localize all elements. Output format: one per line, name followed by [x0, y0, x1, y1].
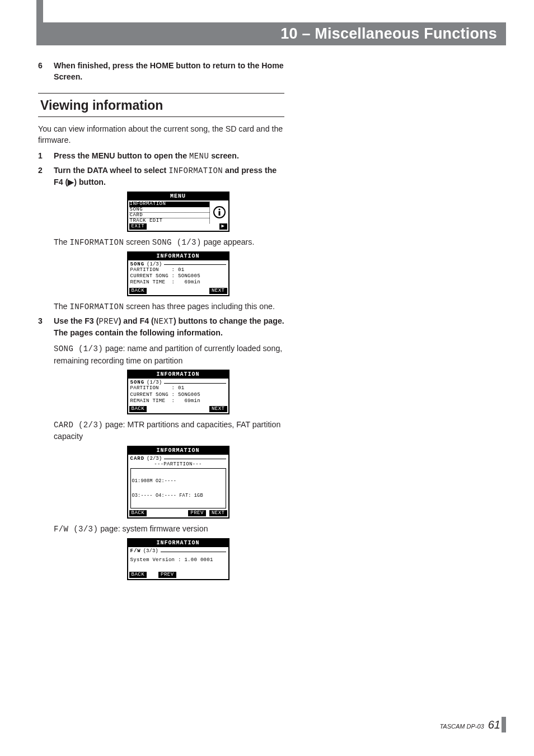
step-text: When finished, press the HOME button to … [54, 60, 284, 83]
section-intro: You can view information about the curre… [38, 124, 284, 146]
lcd-row: CURRENT SONG : SONG005 [130, 273, 226, 279]
page-desc-card: CARD (2/3) page: MTR partitions and capa… [54, 419, 284, 442]
lcd-tab-line [164, 456, 226, 459]
lcd-row: REMAIN TIME : 69min [130, 279, 226, 286]
lcd-partition-header: ---PARTITION--- [130, 461, 226, 468]
after-fig2-text: The INFORMATION screen has three pages i… [54, 301, 284, 312]
lcd-row: O1:908M O2:---- [132, 479, 224, 484]
lcd-softkey-prev: PREV [188, 510, 206, 516]
lcd-word: NEXT [154, 317, 174, 326]
lcd-word: SONG (1/3) [54, 344, 103, 353]
figure-info-fw: INFORMATION F/W (3/3) System Version : 1… [72, 538, 284, 580]
step-text: Use the F3 (PREV) and F4 (NEXT) buttons … [54, 316, 284, 338]
main-column: 6 When finished, press the HOME button t… [38, 60, 284, 585]
lcd-menu-list: INFORMATION SONG CARD TRACK EDIT [129, 202, 210, 223]
text-fragment: Press the MENU button to open the [54, 151, 189, 160]
svg-rect-2 [218, 211, 220, 216]
lcd-row: PARTITION : 01 [130, 267, 226, 273]
lcd-tab-line [161, 549, 226, 552]
lcd-title: INFORMATION [128, 253, 228, 260]
figure-info-card: INFORMATION CARD (2/3) ---PARTITION--- O… [72, 446, 284, 519]
lcd-row: System Version : 1.00 0001 [130, 557, 226, 563]
lcd-row: O3:---- O4:---- FAT: 1GB [132, 493, 224, 498]
text-fragment: ) and F4 ( [119, 316, 154, 325]
step-number: 3 [38, 316, 47, 338]
page-desc-song: SONG (1/3) page: name and partition of c… [54, 343, 284, 366]
lcd-row: PARTITION : 01 [130, 385, 226, 391]
step-number: 1 [38, 151, 47, 162]
lcd-word: MENU [189, 152, 209, 161]
lcd-row: CURRENT SONG : SONG005 [130, 392, 226, 398]
text-fragment: The [54, 237, 69, 246]
text-fragment: Turn the DATA wheel to select [54, 166, 168, 175]
text-fragment: screen [124, 237, 152, 246]
lcd-title: INFORMATION [128, 447, 228, 455]
footer-brand: TASCAM DP-03 [439, 723, 484, 730]
svg-point-1 [218, 208, 220, 210]
text-fragment: page appears. [202, 237, 255, 246]
step-6: 6 When finished, press the HOME button t… [38, 60, 284, 83]
footer-side-tab [502, 717, 506, 732]
text-fragment: screen. [209, 151, 239, 160]
footer-page-number: 61 [488, 718, 500, 731]
figure-info-song-a: INFORMATION SONG (1/3) PARTITION : 01 CU… [72, 251, 284, 296]
step-number: 6 [38, 60, 47, 83]
lcd-tab-name: SONG [130, 380, 145, 385]
step-1: 1 Press the MENU button to open the MENU… [38, 151, 284, 162]
lcd-title: INFORMATION [128, 371, 228, 379]
lcd-tab-name: SONG [130, 262, 145, 267]
lcd-softkey-next: NEXT [209, 406, 227, 412]
section-title: Viewing information [40, 98, 284, 113]
section-rule-top [38, 93, 284, 94]
lcd-softkey-back: BACK [129, 510, 147, 516]
lcd-tab-line [164, 380, 226, 384]
lcd-tab-page: (2/3) [147, 456, 162, 461]
step-number: 2 [38, 165, 47, 188]
lcd-partition-box: O1:908M O2:---- O3:---- O4:---- FAT: 1GB [130, 468, 226, 508]
figure-info-song-b: INFORMATION SONG (1/3) PARTITION : 01 CU… [72, 370, 284, 414]
lcd-word: CARD (2/3) [54, 421, 103, 430]
step-3: 3 Use the F3 (PREV) and F4 (NEXT) button… [38, 316, 284, 338]
lcd-menu-item-trackedit: TRACK EDIT [129, 218, 209, 223]
lcd-softkey-back: BACK [129, 572, 147, 578]
step-2: 2 Turn the DATA wheel to select INFORMAT… [38, 165, 284, 188]
lcd-softkey-back: BACK [129, 288, 147, 294]
lcd-word: INFORMATION [69, 238, 124, 247]
lcd-word: PREV [99, 317, 118, 326]
lcd-tab-line [164, 262, 226, 265]
lcd-title: INFORMATION [128, 539, 228, 547]
lcd-word: SONG (1/3) [152, 238, 202, 247]
lcd-tab-page: (1/3) [147, 262, 162, 267]
chapter-title: 10 – Miscellaneous Functions [280, 25, 497, 42]
lcd-softkey-next: NEXT [209, 288, 227, 294]
step-text: Press the MENU button to open the MENU s… [54, 151, 284, 162]
text-fragment: screen has three pages including this on… [124, 302, 275, 311]
figure-menu-lcd: MENU INFORMATION SONG CARD TRACK EDIT EX… [72, 192, 284, 232]
chapter-header-bar: 10 – Miscellaneous Functions [36, 22, 506, 45]
page-desc-fw: F/W (3/3) page: system firmware version [54, 523, 284, 535]
lcd-tab-page: (1/3) [147, 380, 162, 385]
step-text: Turn the DATA wheel to select INFORMATIO… [54, 165, 284, 188]
lcd-tab-name: CARD [130, 456, 145, 461]
lcd-tab-name: F/W [130, 549, 141, 554]
text-fragment: The [54, 302, 69, 311]
lcd-softkey-exit: EXIT [129, 223, 147, 230]
lcd-softkey-prev: PREV [158, 572, 176, 578]
lcd-softkey-play: ▶ [219, 223, 227, 230]
lcd-word: INFORMATION [168, 166, 223, 175]
lcd-softkey-back: BACK [129, 406, 147, 412]
page-footer: TASCAM DP-03 61 [439, 718, 500, 731]
lcd-word: INFORMATION [69, 302, 124, 311]
after-fig1-text: The INFORMATION screen SONG (1/3) page a… [54, 236, 284, 248]
section-rule-bottom [38, 116, 284, 117]
info-icon [212, 202, 227, 223]
lcd-tab-page: (3/3) [143, 549, 158, 554]
text-fragment: Use the F3 ( [54, 316, 99, 325]
lcd-word: F/W (3/3) [54, 525, 98, 534]
lcd-softkey-next: NEXT [209, 510, 227, 516]
lcd-title: MENU [128, 193, 228, 200]
lcd-row: REMAIN TIME : 69min [130, 398, 226, 404]
text-fragment: page: system firmware version [98, 524, 208, 533]
